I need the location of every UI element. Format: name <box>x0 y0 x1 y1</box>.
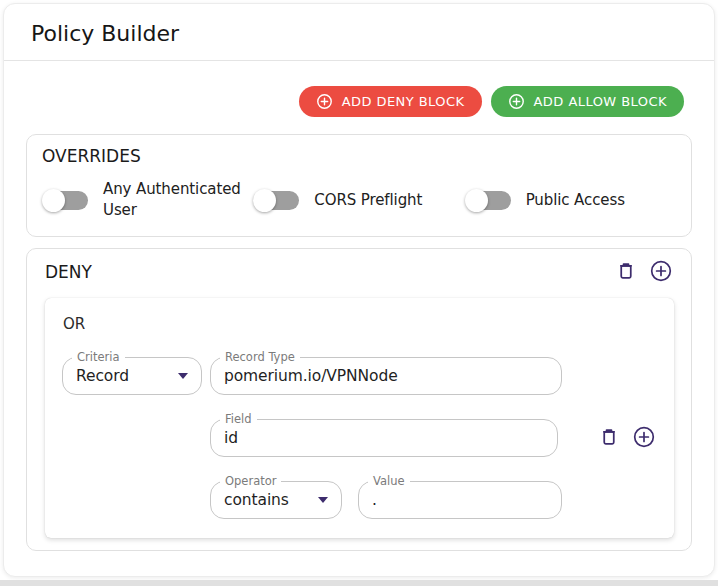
deny-actions <box>613 259 674 285</box>
criteria-select-value: Record <box>76 367 129 385</box>
toggle-label: Public Access <box>526 190 625 211</box>
add-rule-button[interactable] <box>648 259 674 285</box>
criteria-select-label: Criteria <box>72 350 125 364</box>
criterion-actions <box>596 425 657 451</box>
page-title: Policy Builder <box>31 21 687 46</box>
dropdown-caret-icon <box>178 373 188 379</box>
switch-thumb <box>253 189 276 212</box>
plus-circle-icon <box>316 93 333 110</box>
switch-thumb <box>42 189 65 212</box>
delete-deny-block-button[interactable] <box>613 259 639 285</box>
field-input[interactable] <box>224 429 544 447</box>
toggle-switch-icon[interactable] <box>465 189 512 212</box>
add-allow-block-button[interactable]: ADD ALLOW BLOCK <box>491 86 684 117</box>
field-field: Field <box>210 419 558 457</box>
value-label: Value <box>368 474 410 488</box>
group-operator-label: OR <box>63 315 657 333</box>
record-type-input[interactable] <box>224 367 548 385</box>
overrides-toggle-row: Any Authenticated User CORS Preflight Pu… <box>42 179 676 221</box>
add-deny-block-button[interactable]: ADD DENY BLOCK <box>299 86 482 117</box>
criteria-row: Criteria Record Record Type <box>62 357 657 395</box>
criteria-select[interactable]: Criteria Record <box>62 357 202 395</box>
add-criterion-button[interactable] <box>631 425 657 451</box>
dropdown-caret-icon <box>318 497 328 503</box>
trash-icon <box>615 260 637 285</box>
value-field: Value <box>358 481 562 519</box>
delete-criterion-button[interactable] <box>596 425 622 451</box>
toggle-switch-icon[interactable] <box>253 189 300 212</box>
toggle-any-authenticated-user[interactable]: Any Authenticated User <box>42 179 253 221</box>
toggle-label: CORS Preflight <box>314 190 422 211</box>
toggle-label: Any Authenticated User <box>103 179 245 221</box>
policy-builder-content: ADD DENY BLOCK ADD ALLOW BLOCK OVERRIDES <box>4 61 714 575</box>
toggle-public-access[interactable]: Public Access <box>465 189 676 212</box>
deny-title: DENY <box>45 262 92 282</box>
deny-section: DENY <box>26 248 692 551</box>
operator-select-label: Operator <box>220 474 281 488</box>
field-label: Field <box>220 412 257 426</box>
deny-header: DENY <box>45 259 674 285</box>
operator-value-row: Operator contains Value <box>210 481 657 519</box>
toggle-switch-icon[interactable] <box>42 189 89 212</box>
value-input[interactable] <box>372 491 548 509</box>
plus-circle-icon <box>508 93 525 110</box>
field-row: Field <box>210 419 657 457</box>
switch-thumb <box>465 189 488 212</box>
trash-icon <box>598 426 620 451</box>
toolbar: ADD DENY BLOCK ADD ALLOW BLOCK <box>26 86 692 117</box>
overrides-section: OVERRIDES Any Authenticated User CORS Pr… <box>26 134 692 237</box>
plus-circle-icon <box>649 259 673 286</box>
page-bottom-strip <box>0 580 718 586</box>
add-allow-label: ADD ALLOW BLOCK <box>534 94 667 109</box>
policy-builder-card: Policy Builder ADD DENY BLOCK ADD ALLOW … <box>3 3 715 577</box>
operator-select[interactable]: Operator contains <box>210 481 342 519</box>
operator-select-value: contains <box>224 491 289 509</box>
toggle-cors-preflight[interactable]: CORS Preflight <box>253 189 464 212</box>
record-type-field: Record Type <box>210 357 562 395</box>
or-group-card: OR Criteria Record Record Type Field <box>45 298 674 538</box>
record-type-label: Record Type <box>220 350 300 364</box>
overrides-title: OVERRIDES <box>42 146 676 166</box>
card-header: Policy Builder <box>4 4 714 60</box>
plus-circle-icon <box>632 425 656 452</box>
add-deny-label: ADD DENY BLOCK <box>342 94 465 109</box>
